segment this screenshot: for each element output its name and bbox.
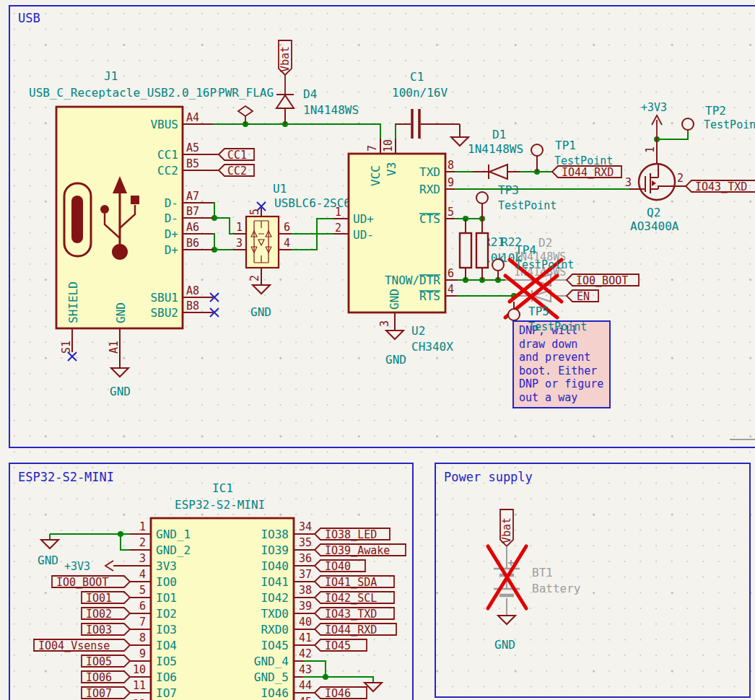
j1-pin-num: A8 (186, 284, 199, 297)
vbat-text: Vbat (500, 517, 513, 543)
pin-name: IO39 (261, 543, 289, 557)
esp32-right-labels[interactable]: IO38_LED IO39_Awake IO40 IO41_SDA IO42_S… (315, 528, 406, 700)
usb-section-title[interactable]: USB (18, 11, 40, 25)
pin-num: 39 (299, 600, 312, 613)
q2-mosfet[interactable]: 3 2 1 Q2 AO3400A (625, 139, 686, 233)
bt1-ref[interactable]: BT1 (532, 566, 553, 579)
j1-pin-name: D- (165, 211, 178, 225)
u1-pin3: 3 (236, 237, 243, 250)
j1-pin-num: S1 (60, 341, 73, 354)
pin-num: 5 (139, 584, 146, 597)
bt1-battery-dnp[interactable]: BT1 Battery (488, 546, 581, 616)
esp32-left-labels[interactable]: IO0_BOOT IO01 IO02 IO03 IO04_Vsense IO05… (34, 576, 130, 700)
c1-value[interactable]: 100n/16V (392, 86, 448, 100)
label-io44-rxd[interactable]: IO44_RXD (552, 166, 621, 179)
pin-name: IO4 (156, 639, 177, 652)
ic1-esp32[interactable]: IC1 ESP32-S2-MINI 1 2 3 4 5 6 7 8 9 10 1… (130, 481, 315, 700)
u2-ch340x[interactable]: VCC V3 7 10 TXD RXD CTS TNOW/DTR RTS 8 9… (333, 139, 457, 367)
tp3-value[interactable]: TestPoint (498, 199, 557, 212)
esp32-gnd-left[interactable]: GND (38, 540, 58, 567)
power-gnd-symbol[interactable]: GND (494, 616, 515, 652)
d1-value[interactable]: 1N4148WS (468, 142, 523, 156)
u1-pin6: 6 (284, 221, 290, 234)
vbat-flag-power[interactable]: Vbat (500, 509, 513, 546)
label-text: IO04_Vsense (38, 639, 110, 652)
tp4-ref[interactable]: TP4 (515, 243, 536, 257)
c1-capacitor[interactable]: C1 100n/16V (392, 70, 468, 146)
label-io0-boot[interactable]: IO0_BOOT (567, 274, 639, 287)
j1-usb-connector[interactable]: J1 USB_C_Receptacle_USB2.0_16P PWR_FLAG … (29, 69, 274, 368)
power-section-title[interactable]: Power supply (444, 470, 533, 484)
c1-ref[interactable]: C1 (410, 70, 424, 84)
pin-num: 36 (299, 552, 312, 565)
tp2-testpoint[interactable]: TP2 TestPoint (682, 104, 755, 131)
q2-num-1: 1 (644, 146, 657, 153)
pin-num: 40 (299, 616, 312, 629)
u1-ref[interactable]: U1 (273, 182, 287, 196)
d4-ref[interactable]: D4 (303, 87, 317, 101)
label-text: IO43_TXD (325, 608, 377, 621)
u1-pin4: 4 (284, 237, 290, 250)
u2-num-1: 1 (335, 206, 341, 219)
u1-pin5: 5 (248, 209, 261, 215)
pin-name: TXD0 (261, 607, 289, 621)
label-en[interactable]: EN (567, 290, 598, 303)
pin-num: 4 (139, 568, 146, 581)
j1-pin-num: B8 (186, 299, 199, 312)
vbat-flag-usb[interactable]: Vbat (279, 40, 292, 95)
d4-value[interactable]: 1N4148WS (303, 103, 359, 117)
tp2-value[interactable]: TestPoint (704, 118, 755, 131)
pin-num: 35 (299, 536, 312, 549)
pin-num: 41 (299, 631, 312, 644)
d1-ref[interactable]: D1 (492, 128, 506, 141)
tp5-testpoint[interactable] (508, 302, 520, 320)
pin-name: IO6 (156, 670, 177, 684)
esp32-p3v3-label[interactable]: +3V3 (64, 560, 130, 573)
u2-pin-udp: UD+ (353, 212, 374, 226)
u2-num-10: 10 (382, 139, 395, 152)
d1-diode[interactable]: D1 1N4148WS (468, 128, 523, 179)
u1-pin2: 2 (248, 275, 261, 281)
ic1-ref[interactable]: IC1 (212, 481, 233, 495)
pin-num: 3 (139, 552, 146, 565)
tp1-ref[interactable]: TP1 (555, 139, 576, 152)
j1-pin-name: D- (165, 196, 178, 210)
pin-name: GND_2 (156, 543, 191, 557)
tp5-ref[interactable]: TP5 (528, 305, 549, 318)
u2-ref[interactable]: U2 (411, 324, 425, 338)
gnd-label: GND (38, 554, 58, 567)
pwr-flag-name[interactable]: PWR_FLAG (218, 86, 274, 100)
u2-gnd-label: GND (385, 353, 406, 367)
u2-value[interactable]: CH340X (411, 340, 453, 354)
d2-ref[interactable]: D2 (538, 236, 552, 250)
tp3-ref[interactable]: TP3 (498, 183, 519, 197)
q2-ref[interactable]: Q2 (647, 206, 660, 219)
bt1-value[interactable]: Battery (532, 582, 581, 595)
u2-pin-txd: TXD (419, 165, 440, 179)
label-cc2[interactable]: CC2 (219, 165, 254, 178)
pwr-flag-symbol[interactable] (238, 106, 253, 124)
j1-pin-num: A7 (186, 190, 199, 203)
label-cc1[interactable]: CC1 (219, 149, 254, 162)
label-io43-txd[interactable]: IO43_TXD (686, 180, 755, 193)
p3v3-label: +3V3 (641, 101, 667, 114)
esp32-section-title[interactable]: ESP32-S2-MINI (18, 470, 114, 484)
u2-num-8: 8 (448, 159, 454, 172)
tp2-ref[interactable]: TP2 (705, 104, 726, 118)
label-text: IO42_SCL (325, 592, 377, 605)
p3v3-power-symbol[interactable]: +3V3 (641, 101, 667, 139)
j1-gnd-symbol[interactable]: GND (110, 368, 131, 398)
ic1-value[interactable]: ESP32-S2-MINI (175, 498, 265, 512)
dnp-note-box[interactable]: DNP, will draw down and prevent boot. Ei… (513, 321, 610, 408)
tp5-value[interactable]: TestPoint (528, 320, 587, 333)
schematic-canvas: USB ESP32-S2-MINI Power supply J1 (0, 0, 755, 700)
label-io0boot-text: IO0_BOOT (576, 274, 628, 287)
tp4-value[interactable]: TestPoint (515, 258, 574, 271)
j1-value[interactable]: USB_C_Receptacle_USB2.0_16P (29, 86, 217, 100)
j1-pin-name: SHIELD (66, 281, 80, 323)
d4-diode[interactable]: D4 1N4148WS (276, 87, 359, 124)
pin-name: IO38 (261, 528, 289, 541)
u2-pin-rxd: RXD (419, 183, 440, 196)
j1-ref[interactable]: J1 (104, 69, 118, 83)
q2-value[interactable]: AO3400A (630, 219, 679, 233)
